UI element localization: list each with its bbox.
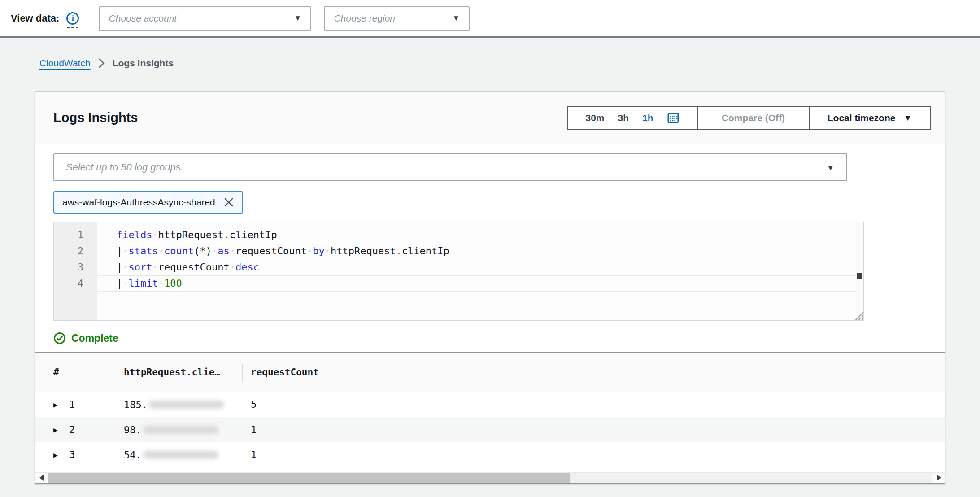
logs-insights-panel: Logs Insights 30m3h1h Compare (Off) Loca…	[35, 91, 945, 484]
query-line: |·stats·count(*)·as·requestCount·by·http…	[97, 243, 856, 259]
region-select[interactable]: Choose region ▼	[324, 6, 470, 31]
query-editor[interactable]: 1234 fields·httpRequest.clientIp|·stats·…	[53, 222, 864, 321]
breadcrumb: CloudWatch Logs Insights	[39, 58, 174, 69]
query-line: |·limit·100	[97, 275, 856, 292]
close-icon[interactable]	[223, 197, 234, 208]
log-group-select-placeholder: Select up to 50 log groups.	[66, 161, 183, 173]
horizontal-scrollbar	[35, 472, 945, 484]
expand-row-icon[interactable]: ▶	[53, 392, 58, 417]
results-table-header: # httpRequest.clie… requestCount	[35, 352, 945, 392]
redacted-ip-smudge	[149, 401, 224, 409]
row-client-ip: 54.	[124, 442, 218, 467]
view-data-bar: View data: i Choose account ▼ Choose reg…	[0, 0, 980, 38]
redacted-ip-smudge	[143, 426, 218, 434]
row-request-count: 1	[251, 417, 257, 442]
line-number: 1	[54, 227, 97, 243]
row-client-ip: 185.	[124, 392, 224, 417]
page-title: Logs Insights	[53, 110, 138, 125]
row-request-count: 1	[251, 442, 257, 467]
account-select[interactable]: Choose account ▼	[99, 6, 311, 31]
line-number: 3	[54, 259, 97, 275]
chevron-down-icon: ▼	[826, 163, 835, 172]
column-header-request-count[interactable]: requestCount	[251, 353, 319, 392]
scroll-left-icon[interactable]	[35, 473, 48, 483]
status-badge: Complete	[71, 332, 118, 344]
row-index: 3	[69, 442, 75, 467]
log-group-select[interactable]: Select up to 50 log groups. ▼	[53, 153, 847, 181]
results-table-body: ▶ 1 185. 5 ▶ 2 98. 1 ▶ 3 54. 1	[35, 392, 945, 467]
table-row[interactable]: ▶ 3 54. 1	[35, 442, 945, 467]
selected-log-groups: aws-waf-logs-AuthressAsync-shared	[53, 191, 243, 214]
expand-row-icon[interactable]: ▶	[53, 442, 58, 467]
scrollbar-thumb[interactable]	[48, 473, 570, 483]
editor-code: fields·httpRequest.clientIp|·stats·count…	[97, 222, 856, 320]
chevron-down-icon: ▼	[903, 113, 912, 122]
chevron-down-icon: ▼	[453, 14, 460, 22]
table-row[interactable]: ▶ 2 98. 1	[35, 417, 945, 442]
timezone-select-label: Local timezone	[828, 113, 896, 123]
calendar-icon[interactable]	[667, 112, 679, 124]
column-header-index[interactable]: #	[53, 353, 59, 392]
query-status: Complete	[53, 332, 118, 344]
column-header-client-ip[interactable]: httpRequest.clie…	[124, 353, 220, 392]
expand-row-icon[interactable]: ▶	[53, 417, 58, 442]
column-divider	[242, 364, 243, 381]
time-controls: 30m3h1h Compare (Off) Local timezone ▼	[567, 106, 931, 130]
chevron-down-icon: ▼	[294, 14, 302, 22]
check-circle-icon	[53, 332, 66, 344]
account-select-placeholder: Choose account	[109, 13, 177, 24]
row-client-ip: 98.	[124, 417, 218, 442]
query-line: fields·httpRequest.clientIp	[97, 227, 856, 243]
compare-button[interactable]: Compare (Off)	[697, 106, 810, 130]
row-request-count: 5	[251, 392, 257, 417]
editor-line-numbers: 1234	[54, 222, 97, 320]
time-range-group: 30m3h1h	[567, 106, 698, 130]
log-group-tag: aws-waf-logs-AuthressAsync-shared	[53, 191, 243, 214]
panel-header: Logs Insights 30m3h1h Compare (Off) Loca…	[35, 92, 945, 144]
row-index: 2	[69, 417, 75, 442]
time-range-3h-button[interactable]: 3h	[618, 113, 629, 123]
time-range-1h-button[interactable]: 1h	[642, 113, 653, 123]
editor-scrollbar-thumb[interactable]	[857, 273, 862, 279]
query-line: |·sort·requestCount·desc	[97, 259, 856, 275]
timezone-select[interactable]: Local timezone ▼	[809, 106, 931, 130]
log-group-tag-label: aws-waf-logs-AuthressAsync-shared	[62, 197, 215, 208]
editor-vertical-scrollbar	[856, 222, 863, 320]
scrollbar-track	[48, 473, 932, 483]
region-select-placeholder: Choose region	[334, 13, 395, 24]
row-index: 1	[69, 392, 75, 417]
info-icon[interactable]: i	[66, 12, 79, 25]
line-number: 4	[54, 275, 97, 292]
line-number: 2	[54, 243, 97, 259]
time-range-30m-button[interactable]: 30m	[585, 113, 604, 123]
redacted-ip-smudge	[143, 451, 218, 459]
view-data-label: View data:	[11, 13, 59, 24]
scroll-right-icon[interactable]	[932, 473, 945, 483]
table-row[interactable]: ▶ 1 185. 5	[35, 392, 945, 417]
breadcrumb-current: Logs Insights	[113, 58, 174, 69]
breadcrumb-link-cloudwatch[interactable]: CloudWatch	[39, 58, 91, 69]
breadcrumb-chevron-icon	[98, 58, 105, 69]
